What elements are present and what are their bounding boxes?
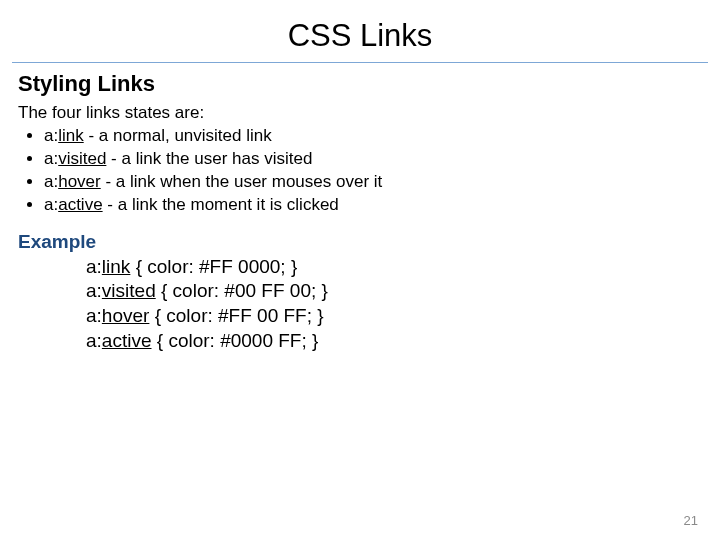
code-prefix: a:: [86, 256, 102, 277]
state-desc: - a link the user has visited: [106, 149, 312, 168]
list-item: a:visited - a link the user has visited: [44, 148, 702, 171]
link-states-list: a:link - a normal, unvisited link a:visi…: [18, 125, 702, 217]
state-desc: - a link the moment it is clicked: [103, 195, 339, 214]
state-prefix: a:: [44, 149, 58, 168]
page-number: 21: [684, 513, 698, 528]
code-prefix: a:: [86, 330, 102, 351]
state-desc: - a normal, unvisited link: [84, 126, 272, 145]
code-prefix: a:: [86, 305, 102, 326]
code-body: { color: #00 FF 00; }: [156, 280, 328, 301]
code-selector: hover: [102, 305, 150, 326]
state-prefix: a:: [44, 126, 58, 145]
state-name: link: [58, 126, 84, 145]
list-item: a:link - a normal, unvisited link: [44, 125, 702, 148]
section-subtitle: Styling Links: [18, 71, 702, 97]
code-body: { color: #FF 00 FF; }: [149, 305, 323, 326]
code-body: { color: #FF 0000; }: [130, 256, 297, 277]
code-selector: visited: [102, 280, 156, 301]
code-line: a:link { color: #FF 0000; }: [86, 255, 702, 280]
code-line: a:hover { color: #FF 00 FF; }: [86, 304, 702, 329]
slide-content: Styling Links The four links states are:…: [0, 63, 720, 354]
intro-text: The four links states are:: [18, 103, 702, 123]
code-selector: link: [102, 256, 131, 277]
example-code: a:link { color: #FF 0000; } a:visited { …: [86, 255, 702, 354]
state-prefix: a:: [44, 195, 58, 214]
code-prefix: a:: [86, 280, 102, 301]
code-line: a:active { color: #0000 FF; }: [86, 329, 702, 354]
state-name: active: [58, 195, 102, 214]
code-body: { color: #0000 FF; }: [152, 330, 319, 351]
example-heading: Example: [18, 231, 702, 253]
list-item: a:active - a link the moment it is click…: [44, 194, 702, 217]
page-title: CSS Links: [0, 0, 720, 62]
code-line: a:visited { color: #00 FF 00; }: [86, 279, 702, 304]
state-name: hover: [58, 172, 101, 191]
state-desc: - a link when the user mouses over it: [101, 172, 383, 191]
list-item: a:hover - a link when the user mouses ov…: [44, 171, 702, 194]
code-selector: active: [102, 330, 152, 351]
state-prefix: a:: [44, 172, 58, 191]
state-name: visited: [58, 149, 106, 168]
